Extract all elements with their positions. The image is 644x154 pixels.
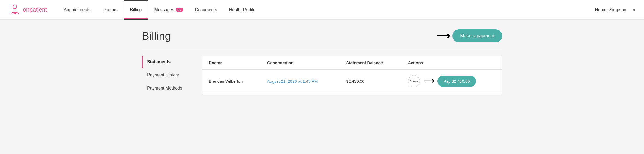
header-arrow-icon: ⟶ — [436, 31, 450, 41]
nav-item-doctors[interactable]: Doctors — [97, 0, 124, 20]
make-payment-button[interactable]: Make a payment — [452, 29, 502, 42]
pay-button[interactable]: Pay $2,430.00 — [437, 76, 476, 87]
logo-link[interactable]: onpatient — [9, 4, 47, 16]
main-content: Billing ⟶ Make a payment Statements Paym… — [131, 20, 513, 104]
svg-point-0 — [13, 5, 17, 9]
col-header-actions: Actions — [401, 56, 502, 70]
nav-item-billing[interactable]: Billing — [124, 0, 148, 20]
billing-table-container: Doctor Generated on Statement Balance Ac… — [202, 56, 502, 95]
nav-item-appointments[interactable]: Appointments — [58, 0, 97, 20]
actions-group: View ⟶ Pay $2,430.00 — [408, 75, 495, 87]
table-row: Brendan Wilberton August 21, 2020 at 1:4… — [202, 70, 502, 93]
nav-item-messages[interactable]: Messages 65 — [148, 0, 189, 20]
make-payment-group: ⟶ Make a payment — [436, 29, 502, 42]
col-header-doctor: Doctor — [202, 56, 261, 70]
col-header-generated: Generated on — [261, 56, 340, 70]
col-header-balance: Statement Balance — [340, 56, 401, 70]
main-nav: Appointments Doctors Billing Messages 65… — [58, 0, 595, 20]
page-header: Billing ⟶ Make a payment — [142, 29, 502, 42]
nav-item-documents[interactable]: Documents — [189, 0, 223, 20]
user-name: Homer Simpson — [595, 7, 626, 12]
nav-item-health-profile[interactable]: Health Profile — [223, 0, 261, 20]
messages-badge: 65 — [176, 8, 183, 12]
cell-actions: View ⟶ Pay $2,430.00 — [401, 70, 502, 93]
cell-generated: August 21, 2020 at 1:45 PM — [261, 70, 340, 93]
sidebar-item-statements[interactable]: Statements — [142, 56, 195, 68]
cell-balance: $2,430.00 — [340, 70, 401, 93]
page-divider — [142, 49, 502, 49]
cell-doctor: Brendan Wilberton — [202, 70, 261, 93]
logout-icon[interactable]: ⇥ — [631, 7, 635, 13]
header-right: Homer Simpson ⇥ — [595, 7, 635, 13]
logo-text: onpatient — [23, 6, 47, 13]
page-title: Billing — [142, 30, 171, 42]
logo-icon — [9, 4, 21, 16]
sidebar-item-payment-history[interactable]: Payment History — [142, 69, 195, 81]
billing-table: Doctor Generated on Statement Balance Ac… — [202, 56, 502, 93]
content-layout: Statements Payment History Payment Metho… — [142, 56, 502, 95]
sidebar-item-payment-methods[interactable]: Payment Methods — [142, 82, 195, 94]
sidebar: Statements Payment History Payment Metho… — [142, 56, 202, 95]
generated-on-link[interactable]: August 21, 2020 at 1:45 PM — [267, 79, 318, 84]
row-arrow-icon: ⟶ — [423, 77, 434, 85]
header: onpatient Appointments Doctors Billing M… — [0, 0, 644, 20]
view-button[interactable]: View — [408, 75, 420, 87]
